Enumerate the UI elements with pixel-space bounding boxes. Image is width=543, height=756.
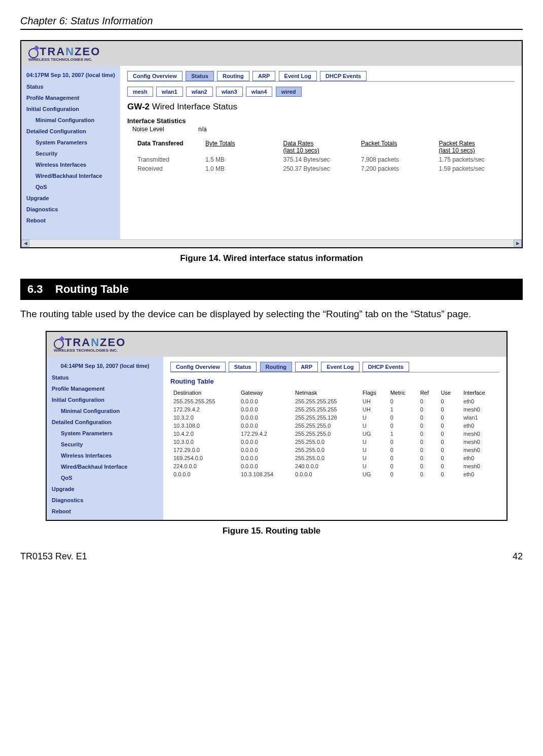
sidebar2-detailed[interactable]: Detailed Configuration	[47, 417, 163, 428]
rt-cell: 0	[417, 405, 438, 413]
scroll-left-icon[interactable]: ◀	[21, 240, 29, 247]
rt-cell: 0	[417, 454, 438, 462]
rx-rate: 250.37 Bytes/sec	[281, 164, 359, 173]
timestamp: 04:17PM Sep 10, 2007 (local time)	[21, 69, 120, 81]
tab2-eventlog[interactable]: Event Log	[321, 362, 359, 372]
sidebar2-profile[interactable]: Profile Management	[47, 383, 163, 394]
subtab-wlan4[interactable]: wlan4	[246, 87, 273, 97]
tx-rate: 375.14 Bytes/sec	[281, 155, 359, 164]
rt-cell: 1	[387, 405, 417, 413]
rt-cell: 0	[417, 446, 438, 454]
rt-col: Gateway	[238, 388, 292, 397]
tab-eventlog[interactable]: Event Log	[279, 71, 317, 81]
sidebar2-upgrade[interactable]: Upgrade	[47, 483, 163, 495]
col-packets: Packet Totals	[361, 140, 397, 147]
sidebar2-wired[interactable]: Wired/Backhaul Interface	[47, 461, 163, 472]
data-transfered-label: Data Transfered	[127, 139, 203, 155]
col-prates-sub: (last 10 secs)	[439, 147, 475, 154]
rt-cell: UG	[359, 430, 387, 438]
sidebar-item-minimal[interactable]: Minimal Configuration	[21, 115, 120, 126]
tab-arp[interactable]: ARP	[252, 71, 275, 81]
logo-bar-2: TRANZEO WIRELESS TECHNOLOGIES INC.	[47, 332, 506, 357]
subtab-wlan1[interactable]: wlan1	[156, 87, 183, 97]
rt-cell: 10.3.108.254	[238, 470, 292, 478]
sidebar2-reboot[interactable]: Reboot	[47, 506, 163, 517]
tab-routing[interactable]: Routing	[217, 71, 249, 81]
rt-cell: 0	[417, 397, 438, 405]
rt-cell: mesh0	[460, 430, 499, 438]
sidebar-item-wired[interactable]: Wired/Backhaul Interface	[21, 170, 120, 181]
rt-col: Netmask	[292, 388, 359, 397]
rx-prate: 1.59 packets/sec	[437, 164, 515, 173]
section-body: The routing table used by the device can…	[20, 308, 523, 321]
table-row: 10.3.0.00.0.0.0255.255.0.0U000mesh0	[170, 438, 499, 446]
main-panel-2: Config Overview Status Routing ARP Event…	[163, 357, 506, 520]
section-title: Routing Table	[55, 283, 129, 295]
sidebar-item-reboot[interactable]: Reboot	[21, 215, 120, 226]
tab2-arp[interactable]: ARP	[295, 362, 318, 372]
logo2-text-n: N	[91, 336, 100, 349]
horizontal-scrollbar[interactable]: ◀ ▶	[21, 239, 522, 247]
rt-cell: U	[359, 446, 387, 454]
rt-cell: 169.254.0.0	[170, 454, 238, 462]
tab2-config[interactable]: Config Overview	[170, 362, 226, 372]
sidebar-item-upgrade[interactable]: Upgrade	[21, 193, 120, 204]
rt-cell: 255.255.255.0	[292, 422, 359, 430]
chapter-title: Chapter 6: Status Information	[20, 15, 523, 30]
rt-cell: U	[359, 462, 387, 470]
sidebar-item-profile[interactable]: Profile Management	[21, 92, 120, 103]
rt-cell: 0	[438, 446, 460, 454]
sidebar2-minimal[interactable]: Minimal Configuration	[47, 405, 163, 417]
rt-cell: 0.0.0.0	[238, 405, 292, 413]
tab-config[interactable]: Config Overview	[127, 71, 183, 81]
sidebar2-qos[interactable]: QoS	[47, 472, 163, 483]
rt-cell: 240.0.0.0	[292, 462, 359, 470]
rt-cell: 224.0.0.0	[170, 462, 238, 470]
subtab-mesh[interactable]: mesh	[127, 87, 153, 97]
sidebar2-initial[interactable]: Initial Configuration	[47, 394, 163, 405]
rt-cell: 0	[387, 413, 417, 422]
logo-text-b: ZEO	[75, 45, 100, 58]
sidebar2-sysparams[interactable]: System Parameters	[47, 428, 163, 439]
logo: TRANZEO WIRELESS TECHNOLOGIES INC.	[28, 45, 515, 62]
rt-cell: 0	[438, 422, 460, 430]
subtab-wlan3[interactable]: wlan3	[216, 87, 243, 97]
sidebar-item-detailed[interactable]: Detailed Configuration	[21, 126, 120, 137]
table-row: 224.0.0.00.0.0.0240.0.0.0U000mesh0	[170, 462, 499, 470]
tx-label: Transmitted	[127, 155, 203, 164]
sidebar2-security[interactable]: Security	[47, 439, 163, 450]
sidebar-item-wireless[interactable]: Wireless Interfaces	[21, 159, 120, 170]
rt-cell: 255.255.0.0	[292, 454, 359, 462]
sidebar2-diag[interactable]: Diagnostics	[47, 495, 163, 506]
sidebar-item-security[interactable]: Security	[21, 148, 120, 159]
tab2-routing[interactable]: Routing	[260, 362, 293, 372]
rt-cell: 10.3.2.0	[170, 413, 238, 422]
rt-col: Use	[438, 388, 460, 397]
sidebar-item-diag[interactable]: Diagnostics	[21, 204, 120, 215]
rt-cell: mesh0	[460, 405, 499, 413]
sidebar2-status[interactable]: Status	[47, 372, 163, 383]
rt-cell: 0	[387, 397, 417, 405]
figure15-screenshot: TRANZEO WIRELESS TECHNOLOGIES INC. 04:14…	[46, 331, 508, 521]
tab-status[interactable]: Status	[186, 71, 214, 81]
sidebar-item-sysparams[interactable]: System Parameters	[21, 137, 120, 148]
rt-cell: 0	[387, 470, 417, 478]
sidebar-item-qos[interactable]: QoS	[21, 181, 120, 193]
rt-cell: 255.255.255.255	[292, 405, 359, 413]
sidebar-item-status[interactable]: Status	[21, 81, 120, 92]
scroll-right-icon[interactable]: ▶	[514, 240, 522, 247]
col-prates: Packet Rates	[439, 140, 475, 147]
rt-cell: 255.255.255.128	[292, 413, 359, 422]
sidebar2-wireless[interactable]: Wireless Interfaces	[47, 450, 163, 461]
subtab-wired[interactable]: wired	[276, 87, 302, 97]
page-footer: TR0153 Rev. E1 42	[20, 551, 523, 562]
rt-cell: 172.29.0.0	[170, 446, 238, 454]
tab-dhcp[interactable]: DHCP Events	[320, 71, 367, 81]
tab2-dhcp[interactable]: DHCP Events	[363, 362, 409, 372]
tx-bytes: 1.5 MB	[203, 155, 281, 164]
sidebar-item-initial[interactable]: Initial Configuration	[21, 103, 120, 115]
rt-col: Destination	[170, 388, 238, 397]
subtab-wlan2[interactable]: wlan2	[186, 87, 213, 97]
rt-col: Metric	[387, 388, 417, 397]
tab2-status[interactable]: Status	[229, 362, 257, 372]
